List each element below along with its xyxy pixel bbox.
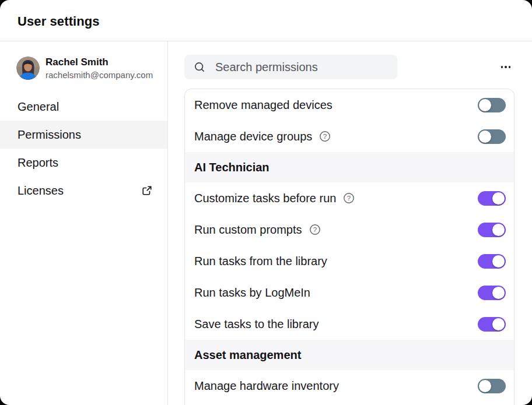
ellipsis-menu-icon[interactable] xyxy=(501,61,511,73)
permission-label: Manage hardware inventory xyxy=(194,379,339,393)
permission-label: Run tasks by LogMeIn xyxy=(194,286,310,300)
avatar xyxy=(16,57,40,80)
search-input[interactable] xyxy=(214,60,388,75)
svg-text:?: ? xyxy=(313,226,316,233)
section-title: Asset management xyxy=(194,348,301,362)
section-header: Asset management xyxy=(185,340,514,370)
permission-label: Run custom prompts xyxy=(194,223,302,237)
toggle-on[interactable] xyxy=(478,286,506,300)
user-settings-dialog: User settings xyxy=(0,0,532,405)
toggle-on[interactable] xyxy=(478,191,506,206)
permission-row: Save tasks to the library xyxy=(185,308,514,340)
sidebar-item-permissions[interactable]: Permissions xyxy=(0,121,167,149)
permission-row: Manage device groups? xyxy=(185,121,514,152)
toggle-on[interactable] xyxy=(478,223,506,237)
user-profile: Rachel Smith rachelsmith@company.com xyxy=(0,57,167,80)
help-icon[interactable]: ? xyxy=(309,224,321,235)
section-header: AI Technician xyxy=(185,152,514,182)
permission-row: Manage hardware inventory xyxy=(185,370,514,402)
permission-label: Customize tasks before run xyxy=(194,192,336,205)
permission-row: Run tasks by LogMeIn xyxy=(185,277,514,308)
dialog-header: User settings xyxy=(0,0,532,41)
sidebar-item-licenses[interactable]: Licenses xyxy=(0,177,167,205)
permission-label: Save tasks to the library xyxy=(194,318,318,331)
permission-row: Remove managed devices xyxy=(185,89,514,121)
permission-row: Run custom prompts? xyxy=(185,214,514,245)
sidebar-nav: GeneralPermissionsReportsLicenses xyxy=(0,93,167,205)
search-icon xyxy=(194,61,205,73)
toggle-off[interactable] xyxy=(478,379,506,393)
sidebar-item-reports[interactable]: Reports xyxy=(0,149,167,177)
permission-row: Customize tasks before run? xyxy=(185,182,514,214)
user-name: Rachel Smith xyxy=(46,57,153,68)
svg-text:?: ? xyxy=(347,195,351,202)
permission-label: Manage device groups xyxy=(194,130,312,143)
help-icon[interactable]: ? xyxy=(319,131,331,142)
section-title: AI Technician xyxy=(194,161,270,174)
permissions-card: Remove managed devicesManage device grou… xyxy=(184,89,514,405)
svg-text:?: ? xyxy=(323,133,327,140)
sidebar-item-label: Permissions xyxy=(18,128,81,142)
search-box[interactable] xyxy=(184,55,397,79)
sidebar: Rachel Smith rachelsmith@company.com Gen… xyxy=(0,41,168,405)
page-title: User settings xyxy=(18,14,100,29)
sidebar-item-general[interactable]: General xyxy=(0,93,167,121)
user-email: rachelsmith@company.com xyxy=(46,70,153,80)
external-link-icon xyxy=(142,185,152,196)
main-panel: Remove managed devicesManage device grou… xyxy=(168,41,532,405)
permission-label: Run tasks from the library xyxy=(194,255,327,268)
toggle-off[interactable] xyxy=(478,98,506,112)
sidebar-item-label: Licenses xyxy=(18,184,64,198)
permission-row: Run tasks from the library xyxy=(185,245,514,277)
sidebar-item-label: General xyxy=(18,100,59,114)
toggle-on[interactable] xyxy=(478,254,506,269)
permission-label: Remove managed devices xyxy=(194,98,332,112)
toggle-on[interactable] xyxy=(478,317,506,332)
sidebar-item-label: Reports xyxy=(18,156,58,170)
toggle-off[interactable] xyxy=(478,129,506,144)
help-icon[interactable]: ? xyxy=(343,192,355,204)
